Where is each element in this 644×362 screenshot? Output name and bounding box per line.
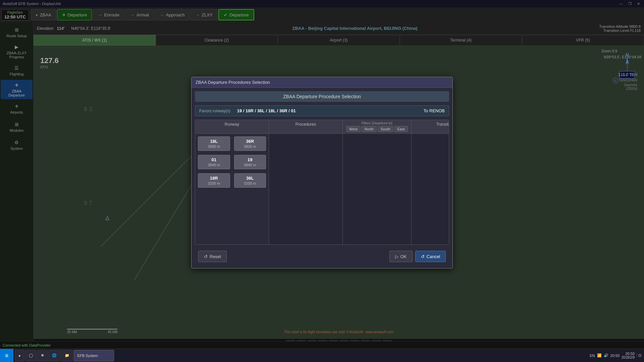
- favors-value: 19 / 18R / 36L / 18L / 36R / 01: [237, 108, 296, 113]
- filters-label: Filters (Departure to): [362, 121, 392, 125]
- runway-column: 18L3800 m 36R3800 m 013840 m 193840 m 18: [195, 134, 269, 244]
- favors-row: Favors runway(s) 19 / 18R / 36L / 18L / …: [195, 105, 449, 116]
- departure-dialog: ZBAA Departure Procedures Selection ZBAA…: [191, 77, 453, 268]
- ok-icon: ▷: [395, 254, 398, 259]
- taskbar-btn-4[interactable]: 🌐: [48, 350, 60, 361]
- filter-north[interactable]: North: [362, 126, 377, 132]
- reset-button[interactable]: ↺ Reset: [198, 251, 227, 262]
- start-button[interactable]: ⊞: [0, 349, 13, 362]
- cancel-button[interactable]: ↺ Cancel: [415, 251, 446, 262]
- taskbar-btn-1[interactable]: ●: [15, 350, 24, 361]
- dialog-overlay: ZBAA Departure Procedures Selection ZBAA…: [0, 0, 644, 362]
- filter-buttons: West North South East: [346, 126, 408, 132]
- runway-36L[interactable]: 36L3200 m: [234, 173, 266, 188]
- procedure-table: Runway Procedures Filters (Departure to)…: [195, 120, 449, 245]
- cancel-icon: ↺: [421, 254, 425, 259]
- procedures-column: [269, 134, 343, 244]
- taskbar-btn-2[interactable]: ◯: [25, 350, 37, 361]
- volume-icon: 🔊: [604, 353, 608, 358]
- runway-36R[interactable]: 36R3800 m: [234, 136, 266, 151]
- ok-button[interactable]: ▷ OK: [389, 251, 413, 262]
- clock-time: 20:50: [610, 354, 620, 358]
- dialog-right-buttons: ▷ OK ↺ Cancel: [389, 251, 446, 262]
- runway-18R[interactable]: 18R3200 m: [198, 173, 230, 188]
- dialog-content: ZBAA Departure Procedure Selection Favor…: [192, 88, 452, 268]
- runway-01[interactable]: 013840 m: [198, 155, 230, 169]
- filter-south[interactable]: South: [378, 126, 393, 132]
- taskbar-btn-efb[interactable]: EFB System: [74, 350, 114, 361]
- show-desktop-icon[interactable]: ⊡: [637, 353, 641, 358]
- dialog-title: ZBAA Departure Procedures Selection: [192, 77, 452, 88]
- favors-label: Favors runway(s): [199, 109, 230, 113]
- taskbar-items: ● ◯ ❋ 🌐 📁 EFB System: [13, 350, 587, 361]
- reset-icon: ↺: [204, 254, 208, 259]
- taskbar-time-display: 20:50: [622, 352, 635, 356]
- taskbar-tray: EN 📶 🔊 20:50 20:50 2018/2/9 ⊡: [587, 352, 644, 359]
- filter-east[interactable]: East: [394, 126, 408, 132]
- filter-west[interactable]: West: [346, 126, 361, 132]
- procedures-filter-column: [343, 134, 412, 244]
- taskbar-btn-5[interactable]: 📁: [61, 350, 73, 361]
- procedures-header: Procedures: [269, 120, 343, 134]
- taskbar-date-display: 2018/2/9: [622, 356, 635, 359]
- wifi-icon: 📶: [597, 353, 602, 358]
- runway-19[interactable]: 193840 m: [234, 155, 266, 169]
- taskbar-btn-3[interactable]: ❋: [37, 350, 48, 361]
- procedures-filters-header: Filters (Departure to) West North South …: [343, 120, 412, 134]
- to-label: To RENOB: [423, 108, 445, 113]
- runway-header: Runway: [195, 120, 269, 134]
- runway-18L[interactable]: 18L3800 m: [198, 136, 230, 151]
- keyboard-layout: EN: [590, 354, 595, 358]
- transition-column: [412, 134, 449, 244]
- dialog-inner-title: ZBAA Departure Procedure Selection: [195, 91, 449, 102]
- windows-taskbar: ⊞ ● ◯ ❋ 🌐 📁 EFB System EN 📶 🔊 20:50 20:5…: [0, 349, 644, 362]
- dialog-footer: ↺ Reset ▷ OK ↺ Cancel: [195, 248, 449, 265]
- transition-header: Transition: [412, 120, 449, 134]
